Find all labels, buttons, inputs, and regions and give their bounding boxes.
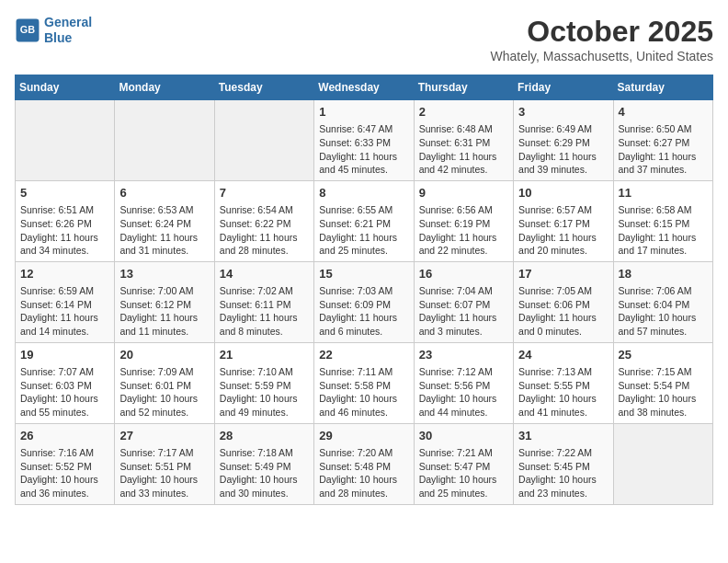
calendar-cell: 11Sunrise: 6:58 AM Sunset: 6:15 PM Dayli… bbox=[613, 180, 712, 261]
calendar-cell: 5Sunrise: 6:51 AM Sunset: 6:26 PM Daylig… bbox=[16, 180, 115, 261]
day-number: 17 bbox=[518, 266, 608, 282]
day-number: 7 bbox=[220, 185, 309, 201]
title-block: October 2025 Whately, Massachusetts, Uni… bbox=[490, 15, 713, 63]
day-info: Sunrise: 7:12 AM Sunset: 5:56 PM Dayligh… bbox=[419, 365, 508, 419]
day-info: Sunrise: 6:54 AM Sunset: 6:22 PM Dayligh… bbox=[220, 203, 309, 258]
day-info: Sunrise: 7:07 AM Sunset: 6:03 PM Dayligh… bbox=[20, 365, 109, 419]
calendar-cell: 26Sunrise: 7:16 AM Sunset: 5:52 PM Dayli… bbox=[16, 423, 115, 504]
calendar-cell: 28Sunrise: 7:18 AM Sunset: 5:49 PM Dayli… bbox=[214, 423, 313, 504]
calendar-cell: 23Sunrise: 7:12 AM Sunset: 5:56 PM Dayli… bbox=[414, 342, 513, 423]
day-info: Sunrise: 7:09 AM Sunset: 6:01 PM Dayligh… bbox=[119, 365, 209, 419]
logo-text: General Blue bbox=[44, 15, 92, 46]
calendar-cell: 29Sunrise: 7:20 AM Sunset: 5:48 PM Dayli… bbox=[314, 423, 414, 504]
calendar-cell: 3Sunrise: 6:49 AM Sunset: 6:29 PM Daylig… bbox=[514, 100, 613, 181]
calendar-cell: 12Sunrise: 6:59 AM Sunset: 6:14 PM Dayli… bbox=[16, 261, 115, 342]
day-number: 13 bbox=[119, 266, 209, 282]
day-info: Sunrise: 7:16 AM Sunset: 5:52 PM Dayligh… bbox=[20, 446, 109, 500]
day-header-friday: Friday bbox=[514, 75, 613, 100]
page-header: GB General Blue October 2025 Whately, Ma… bbox=[15, 15, 713, 63]
calendar-cell bbox=[214, 100, 313, 181]
calendar-cell: 10Sunrise: 6:57 AM Sunset: 6:17 PM Dayli… bbox=[514, 180, 613, 261]
day-number: 15 bbox=[319, 266, 408, 282]
location: Whately, Massachusetts, United States bbox=[490, 49, 713, 63]
calendar-cell: 4Sunrise: 6:50 AM Sunset: 6:27 PM Daylig… bbox=[613, 100, 712, 181]
calendar-cell bbox=[115, 100, 214, 181]
day-number: 10 bbox=[518, 185, 608, 201]
day-info: Sunrise: 6:57 AM Sunset: 6:17 PM Dayligh… bbox=[518, 203, 608, 258]
day-number: 12 bbox=[20, 266, 109, 282]
day-info: Sunrise: 7:10 AM Sunset: 5:59 PM Dayligh… bbox=[220, 365, 309, 419]
day-info: Sunrise: 6:48 AM Sunset: 6:31 PM Dayligh… bbox=[419, 122, 508, 177]
day-number: 6 bbox=[119, 185, 209, 201]
day-number: 11 bbox=[619, 185, 708, 201]
calendar-cell: 17Sunrise: 7:05 AM Sunset: 6:06 PM Dayli… bbox=[514, 261, 613, 342]
day-number: 4 bbox=[619, 104, 708, 121]
day-info: Sunrise: 6:55 AM Sunset: 6:21 PM Dayligh… bbox=[319, 203, 408, 258]
calendar-table: SundayMondayTuesdayWednesdayThursdayFrid… bbox=[15, 75, 713, 505]
calendar-cell: 18Sunrise: 7:06 AM Sunset: 6:04 PM Dayli… bbox=[613, 261, 712, 342]
calendar-cell: 19Sunrise: 7:07 AM Sunset: 6:03 PM Dayli… bbox=[16, 342, 115, 423]
logo: GB General Blue bbox=[15, 15, 92, 46]
day-info: Sunrise: 7:00 AM Sunset: 6:12 PM Dayligh… bbox=[119, 284, 209, 339]
day-info: Sunrise: 7:20 AM Sunset: 5:48 PM Dayligh… bbox=[319, 446, 408, 500]
calendar-cell: 24Sunrise: 7:13 AM Sunset: 5:55 PM Dayli… bbox=[514, 342, 613, 423]
day-number: 26 bbox=[20, 428, 109, 444]
week-row-2: 5Sunrise: 6:51 AM Sunset: 6:26 PM Daylig… bbox=[16, 180, 713, 261]
day-header-wednesday: Wednesday bbox=[314, 75, 414, 100]
day-number: 24 bbox=[518, 347, 608, 363]
day-info: Sunrise: 7:02 AM Sunset: 6:11 PM Dayligh… bbox=[220, 284, 309, 339]
day-info: Sunrise: 6:49 AM Sunset: 6:29 PM Dayligh… bbox=[518, 122, 608, 177]
calendar-cell: 1Sunrise: 6:47 AM Sunset: 6:33 PM Daylig… bbox=[314, 100, 414, 181]
day-info: Sunrise: 7:13 AM Sunset: 5:55 PM Dayligh… bbox=[518, 365, 608, 419]
calendar-cell: 30Sunrise: 7:21 AM Sunset: 5:47 PM Dayli… bbox=[414, 423, 513, 504]
week-row-4: 19Sunrise: 7:07 AM Sunset: 6:03 PM Dayli… bbox=[16, 342, 713, 423]
calendar-cell: 20Sunrise: 7:09 AM Sunset: 6:01 PM Dayli… bbox=[115, 342, 214, 423]
day-info: Sunrise: 7:18 AM Sunset: 5:49 PM Dayligh… bbox=[220, 446, 309, 500]
calendar-cell: 6Sunrise: 6:53 AM Sunset: 6:24 PM Daylig… bbox=[115, 180, 214, 261]
day-info: Sunrise: 6:47 AM Sunset: 6:33 PM Dayligh… bbox=[319, 122, 408, 177]
day-number: 19 bbox=[20, 347, 109, 363]
day-info: Sunrise: 6:59 AM Sunset: 6:14 PM Dayligh… bbox=[20, 284, 109, 339]
calendar-cell: 7Sunrise: 6:54 AM Sunset: 6:22 PM Daylig… bbox=[214, 180, 313, 261]
day-number: 1 bbox=[319, 104, 408, 121]
calendar-cell: 31Sunrise: 7:22 AM Sunset: 5:45 PM Dayli… bbox=[514, 423, 613, 504]
calendar-cell: 2Sunrise: 6:48 AM Sunset: 6:31 PM Daylig… bbox=[414, 100, 513, 181]
day-info: Sunrise: 7:05 AM Sunset: 6:06 PM Dayligh… bbox=[518, 284, 608, 339]
day-info: Sunrise: 6:53 AM Sunset: 6:24 PM Dayligh… bbox=[119, 203, 209, 258]
day-info: Sunrise: 6:56 AM Sunset: 6:19 PM Dayligh… bbox=[419, 203, 508, 258]
day-info: Sunrise: 7:03 AM Sunset: 6:09 PM Dayligh… bbox=[319, 284, 408, 339]
calendar-cell: 15Sunrise: 7:03 AM Sunset: 6:09 PM Dayli… bbox=[314, 261, 414, 342]
day-info: Sunrise: 6:50 AM Sunset: 6:27 PM Dayligh… bbox=[619, 122, 708, 177]
month-title: October 2025 bbox=[490, 15, 713, 49]
calendar-cell: 16Sunrise: 7:04 AM Sunset: 6:07 PM Dayli… bbox=[414, 261, 513, 342]
day-number: 14 bbox=[220, 266, 309, 282]
day-header-sunday: Sunday bbox=[16, 75, 115, 100]
day-number: 20 bbox=[119, 347, 209, 363]
calendar-cell: 21Sunrise: 7:10 AM Sunset: 5:59 PM Dayli… bbox=[214, 342, 313, 423]
day-info: Sunrise: 6:58 AM Sunset: 6:15 PM Dayligh… bbox=[619, 203, 708, 258]
day-number: 21 bbox=[220, 347, 309, 363]
calendar-cell: 14Sunrise: 7:02 AM Sunset: 6:11 PM Dayli… bbox=[214, 261, 313, 342]
day-number: 22 bbox=[319, 347, 408, 363]
week-row-3: 12Sunrise: 6:59 AM Sunset: 6:14 PM Dayli… bbox=[16, 261, 713, 342]
day-number: 30 bbox=[419, 428, 508, 444]
day-number: 2 bbox=[419, 104, 508, 121]
day-info: Sunrise: 7:22 AM Sunset: 5:45 PM Dayligh… bbox=[518, 446, 608, 500]
day-number: 16 bbox=[419, 266, 508, 282]
calendar-cell: 22Sunrise: 7:11 AM Sunset: 5:58 PM Dayli… bbox=[314, 342, 414, 423]
day-header-thursday: Thursday bbox=[414, 75, 513, 100]
day-number: 27 bbox=[119, 428, 209, 444]
calendar-cell: 13Sunrise: 7:00 AM Sunset: 6:12 PM Dayli… bbox=[115, 261, 214, 342]
week-row-5: 26Sunrise: 7:16 AM Sunset: 5:52 PM Dayli… bbox=[16, 423, 713, 504]
day-number: 18 bbox=[619, 266, 708, 282]
logo-line2: Blue bbox=[44, 30, 72, 45]
calendar-cell bbox=[16, 100, 115, 181]
day-header-monday: Monday bbox=[115, 75, 214, 100]
day-info: Sunrise: 6:51 AM Sunset: 6:26 PM Dayligh… bbox=[20, 203, 109, 258]
day-info: Sunrise: 7:06 AM Sunset: 6:04 PM Dayligh… bbox=[619, 284, 708, 339]
day-number: 3 bbox=[518, 104, 608, 121]
day-number: 9 bbox=[419, 185, 508, 201]
day-info: Sunrise: 7:17 AM Sunset: 5:51 PM Dayligh… bbox=[119, 446, 209, 500]
day-number: 25 bbox=[619, 347, 708, 363]
calendar-cell: 25Sunrise: 7:15 AM Sunset: 5:54 PM Dayli… bbox=[613, 342, 712, 423]
